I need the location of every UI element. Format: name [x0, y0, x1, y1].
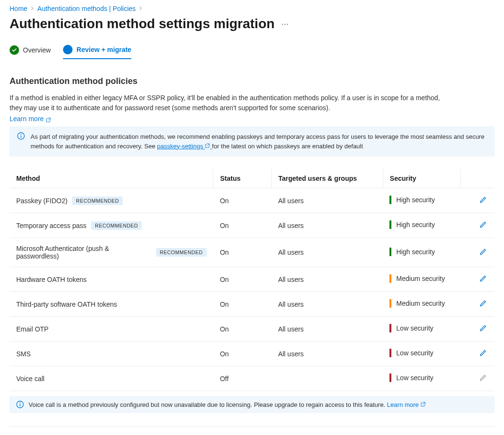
status-cell: On — [213, 292, 272, 317]
table-row: Email OTPOnAll usersLow security — [10, 317, 494, 342]
edit-button[interactable] — [478, 220, 488, 231]
security-level-indicator — [389, 196, 391, 204]
edit-button — [478, 373, 488, 384]
status-cell: On — [213, 188, 272, 213]
tab-overview[interactable]: Overview — [10, 45, 51, 59]
security-level-indicator — [389, 220, 391, 229]
header-security: Security — [383, 169, 461, 188]
security-label: Low security — [396, 324, 433, 332]
section-heading: Authentication method policies — [10, 76, 494, 86]
methods-table: Method Status Targeted users & groups Se… — [10, 169, 494, 391]
external-link-icon — [205, 142, 210, 147]
status-cell: On — [213, 238, 272, 267]
section-description: If a method is enabled in either legacy … — [10, 93, 449, 113]
edit-button[interactable] — [478, 299, 488, 310]
header-targeted: Targeted users & groups — [272, 169, 383, 188]
tab-overview-label: Overview — [23, 46, 51, 54]
targeted-cell: All users — [272, 317, 383, 342]
recommended-badge: RECOMMENDED — [91, 221, 142, 230]
svg-rect-2 — [21, 135, 21, 138]
security-level-indicator — [389, 274, 391, 283]
targeted-cell: All users — [272, 267, 383, 292]
checkmark-circle-icon — [10, 45, 19, 55]
more-actions-button[interactable]: ⋯ — [281, 20, 289, 29]
chevron-right-icon — [30, 6, 34, 11]
table-row: SMSOnAll usersLow security — [10, 342, 494, 366]
edit-button[interactable] — [478, 323, 488, 334]
table-row: Hardware OATH tokensOnAll usersMedium se… — [10, 267, 494, 292]
edit-button[interactable] — [478, 195, 488, 206]
security-label: High security — [396, 196, 435, 204]
pencil-icon — [479, 250, 487, 257]
method-name: SMS — [16, 350, 31, 358]
tabs: Overview Review + migrate — [10, 45, 494, 59]
method-name: Voice call — [16, 375, 44, 383]
targeted-cell — [272, 366, 383, 391]
licensing-learn-more-link[interactable]: Learn more — [387, 401, 426, 408]
external-link-icon — [46, 116, 51, 122]
page-title: Authentication method settings migration — [10, 16, 274, 31]
security-label: High security — [396, 248, 435, 256]
pencil-icon — [479, 198, 487, 205]
svg-point-4 — [20, 403, 21, 404]
footer-separator — [10, 426, 494, 427]
licensing-text: Voice call is a method previously config… — [29, 401, 387, 408]
targeted-cell: All users — [272, 213, 383, 238]
breadcrumb: Home Authentication methods | Policies — [10, 5, 494, 12]
status-cell: On — [213, 267, 272, 292]
method-name: Email OTP — [16, 325, 49, 333]
table-row: Voice callOffLow security — [10, 366, 494, 391]
security-label: Medium security — [396, 275, 445, 282]
targeted-cell: All users — [272, 238, 383, 267]
status-cell: On — [213, 342, 272, 366]
method-name: Hardware OATH tokens — [16, 276, 87, 283]
info-icon — [17, 132, 25, 140]
targeted-cell: All users — [272, 292, 383, 317]
header-status: Status — [213, 169, 272, 188]
svg-point-1 — [21, 134, 21, 135]
svg-rect-5 — [20, 404, 20, 406]
security-label: Low security — [396, 349, 433, 357]
security-label: Medium security — [396, 300, 445, 307]
tab-review-migrate[interactable]: Review + migrate — [63, 45, 131, 59]
active-step-icon — [63, 45, 73, 54]
learn-more-link[interactable]: Learn more — [10, 115, 51, 123]
licensing-info-bar: Voice call is a method previously config… — [10, 396, 494, 413]
table-row: Temporary access passRECOMMENDEDOnAll us… — [10, 213, 494, 238]
pencil-icon — [479, 223, 487, 230]
security-level-indicator — [389, 248, 391, 256]
recommended-badge: RECOMMENDED — [72, 197, 123, 205]
security-level-indicator — [389, 299, 391, 308]
method-name: Passkey (FIDO2) — [16, 197, 67, 205]
security-label: High security — [396, 221, 435, 228]
breadcrumb-home[interactable]: Home — [10, 5, 27, 12]
passkey-settings-link[interactable]: passkey-settings — [157, 143, 212, 150]
pencil-icon — [479, 351, 487, 358]
method-name: Temporary access pass — [16, 222, 86, 229]
chevron-right-icon — [138, 6, 143, 11]
recommended-badge: RECOMMENDED — [156, 248, 207, 257]
edit-button[interactable] — [478, 247, 488, 258]
status-cell: On — [213, 213, 272, 238]
status-cell: Off — [213, 366, 272, 391]
method-name: Third-party software OATH tokens — [16, 300, 117, 308]
table-row: Third-party software OATH tokensOnAll us… — [10, 292, 494, 317]
table-row: Microsoft Authenticator (push & password… — [10, 238, 494, 267]
security-level-indicator — [389, 324, 391, 332]
method-name: Microsoft Authenticator (push & password… — [16, 245, 151, 260]
pencil-icon — [479, 277, 487, 284]
pencil-icon — [479, 326, 487, 333]
security-level-indicator — [389, 373, 391, 382]
pencil-icon — [479, 376, 487, 383]
security-label: Low security — [396, 374, 433, 382]
pencil-icon — [479, 301, 487, 309]
targeted-cell: All users — [272, 188, 383, 213]
breadcrumb-policies[interactable]: Authentication methods | Policies — [37, 5, 136, 12]
info-banner: As part of migrating your authentication… — [10, 126, 494, 156]
tab-review-label: Review + migrate — [76, 46, 131, 53]
edit-button[interactable] — [478, 274, 488, 285]
external-link-icon — [420, 401, 426, 406]
edit-button[interactable] — [478, 348, 488, 359]
info-icon — [16, 401, 24, 408]
header-edit — [461, 169, 494, 188]
